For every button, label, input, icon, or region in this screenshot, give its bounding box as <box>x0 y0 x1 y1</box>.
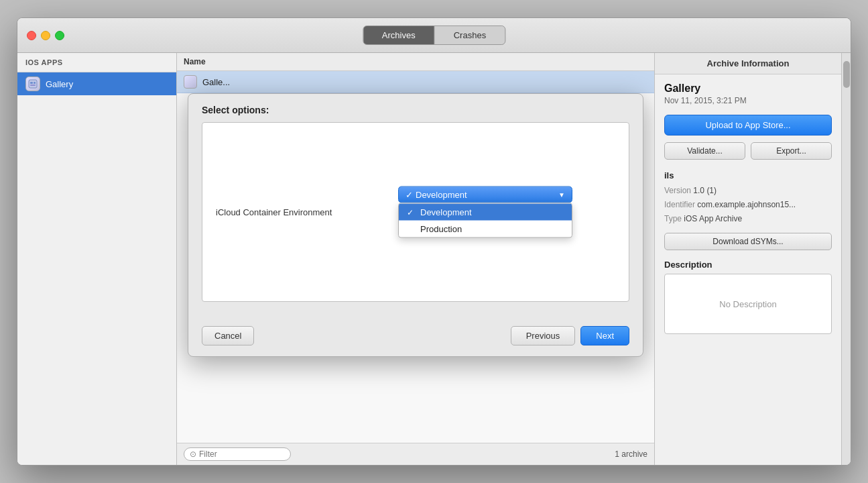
center-panel: Name Galle... ⊙ 1 archive Select options… <box>177 53 655 465</box>
dropdown-selected-value: Development <box>416 190 467 200</box>
sidebar: iOS Apps Gallery <box>17 53 177 465</box>
dropdown-option-development: Development <box>420 207 472 217</box>
description-box: No Description <box>664 274 832 334</box>
modal-footer: Cancel Previous Next <box>188 319 643 356</box>
modal-body: iCloud Container Environment ✓ Developme… <box>188 122 643 319</box>
validate-button[interactable]: Validate... <box>664 142 745 160</box>
modal-title: Select options: <box>188 94 643 122</box>
sidebar-section-label: iOS Apps <box>17 53 176 72</box>
cancel-button[interactable]: Cancel <box>202 326 254 345</box>
svg-rect-3 <box>30 85 36 86</box>
dropdown-item-production[interactable]: Production <box>399 221 572 237</box>
close-button[interactable] <box>27 31 36 40</box>
tab-group: Archives Crashes <box>363 25 505 45</box>
details-section: ils Version 1.0 (1) Identifier com.examp… <box>664 170 832 225</box>
modal-content-area: iCloud Container Environment ✓ Developme… <box>202 122 629 302</box>
tab-crashes[interactable]: Crashes <box>435 26 505 44</box>
svg-rect-2 <box>34 82 36 84</box>
traffic-lights <box>27 31 64 40</box>
version-label: Version <box>664 186 693 195</box>
scrollbar-track[interactable] <box>841 53 851 465</box>
modal-nav-buttons: Previous Next <box>511 326 629 345</box>
main-window: Archives Crashes iOS Apps Gallery <box>17 17 851 466</box>
minimize-button[interactable] <box>41 31 50 40</box>
modal-dialog: Select options: iCloud Container Environ… <box>188 93 643 357</box>
app-icon <box>25 76 40 91</box>
svg-rect-0 <box>29 80 37 88</box>
no-description-text: No Description <box>719 299 776 309</box>
dropdown-item-development[interactable]: ✓ Development <box>399 204 572 221</box>
type-value: iOS App Archive <box>684 214 742 223</box>
archive-date: Nov 11, 2015, 3:21 PM <box>664 96 832 105</box>
identifier-label: Identifier <box>664 200 697 209</box>
dropdown-container: ✓ Development ▼ ✓ Development <box>398 186 572 238</box>
type-label: Type <box>664 214 684 223</box>
description-title: Description <box>664 260 832 270</box>
dropdown-option-production: Production <box>420 224 462 234</box>
right-panel: Archive Information Gallery Nov 11, 2015… <box>655 53 841 465</box>
action-buttons: Validate... Export... <box>664 142 832 160</box>
titlebar: Archives Crashes <box>17 18 851 53</box>
main-content: iOS Apps Gallery Name Galle <box>17 53 851 465</box>
identifier-value: com.example.ajohnson15... <box>697 200 796 209</box>
dropdown-trigger[interactable]: ✓ Development ▼ <box>398 186 572 203</box>
download-dsyms-button[interactable]: Download dSYMs... <box>664 233 832 250</box>
sidebar-item-label: Gallery <box>46 79 73 89</box>
dropdown-menu: ✓ Development Production <box>398 203 572 238</box>
svg-rect-1 <box>30 82 33 84</box>
check-icon: ✓ <box>406 190 413 200</box>
export-button[interactable]: Export... <box>751 142 832 160</box>
scrollbar-thumb[interactable] <box>843 61 850 88</box>
archive-info-header: Archive Information <box>655 53 841 74</box>
tab-archives[interactable]: Archives <box>363 26 435 44</box>
item-check-icon: ✓ <box>407 207 416 217</box>
archive-name: Gallery <box>664 83 832 95</box>
upload-to-app-store-button[interactable]: Upload to App Store... <box>664 115 832 136</box>
description-section: Description No Description <box>664 260 832 334</box>
detail-identifier: Identifier com.example.ajohnson15... <box>664 199 832 211</box>
right-panel-body: Gallery Nov 11, 2015, 3:21 PM Upload to … <box>655 74 841 465</box>
detail-version: Version 1.0 (1) <box>664 184 832 197</box>
previous-button[interactable]: Previous <box>511 326 576 345</box>
next-button[interactable]: Next <box>580 326 629 345</box>
detail-type: Type iOS App Archive <box>664 213 832 225</box>
icloud-label: iCloud Container Environment <box>216 207 332 217</box>
maximize-button[interactable] <box>55 31 64 40</box>
version-value: 1.0 (1) <box>693 186 717 195</box>
sidebar-item-gallery[interactable]: Gallery <box>17 72 176 95</box>
modal-overlay: Select options: iCloud Container Environ… <box>177 53 654 465</box>
dropdown-arrow-icon: ▼ <box>558 191 565 199</box>
details-title: ils <box>664 170 832 180</box>
